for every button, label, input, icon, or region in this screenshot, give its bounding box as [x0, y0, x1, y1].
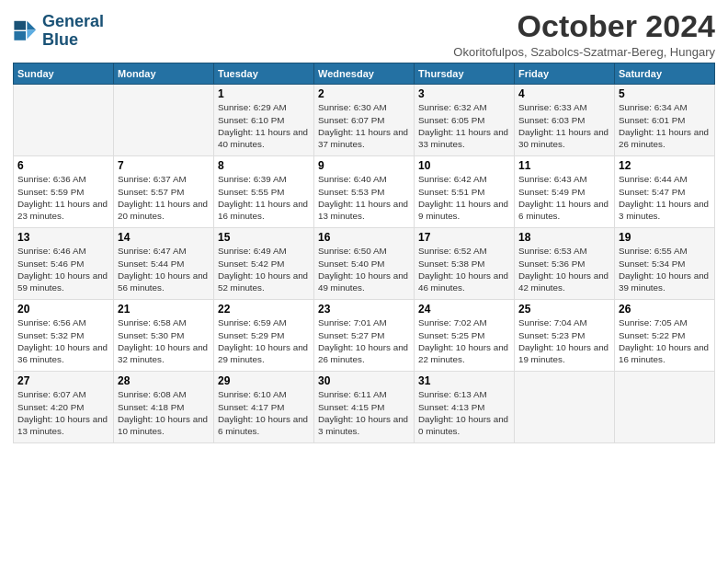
day-cell: 23Sunrise: 7:01 AM Sunset: 5:27 PM Dayli… [314, 300, 415, 372]
logo-line2: Blue [42, 31, 104, 50]
day-info: Sunrise: 6:53 AM Sunset: 5:36 PM Dayligh… [518, 245, 610, 293]
day-cell: 17Sunrise: 6:52 AM Sunset: 5:38 PM Dayli… [415, 228, 515, 300]
day-number: 17 [418, 231, 510, 244]
day-number: 6 [17, 159, 109, 172]
day-cell: 18Sunrise: 6:53 AM Sunset: 5:36 PM Dayli… [515, 228, 615, 300]
day-info: Sunrise: 6:13 AM Sunset: 4:13 PM Dayligh… [418, 388, 510, 437]
day-cell: 1Sunrise: 6:29 AM Sunset: 6:10 PM Daylig… [214, 85, 314, 156]
day-info: Sunrise: 6:07 AM Sunset: 4:20 PM Dayligh… [17, 388, 109, 437]
col-header-saturday: Saturday [615, 63, 715, 85]
col-header-monday: Monday [114, 63, 214, 85]
day-cell: 16Sunrise: 6:50 AM Sunset: 5:40 PM Dayli… [314, 228, 415, 300]
logo-line1: General [42, 13, 104, 31]
col-header-wednesday: Wednesday [314, 63, 415, 85]
day-number: 14 [118, 231, 210, 244]
day-cell: 10Sunrise: 6:42 AM Sunset: 5:51 PM Dayli… [415, 156, 515, 228]
day-info: Sunrise: 6:42 AM Sunset: 5:51 PM Dayligh… [418, 173, 510, 222]
day-number: 9 [318, 159, 410, 172]
day-number: 28 [118, 374, 210, 387]
day-info: Sunrise: 6:39 AM Sunset: 5:55 PM Dayligh… [218, 173, 310, 222]
day-number: 7 [118, 159, 210, 172]
day-cell: 31Sunrise: 6:13 AM Sunset: 4:13 PM Dayli… [415, 372, 515, 443]
day-cell: 20Sunrise: 6:56 AM Sunset: 5:32 PM Dayli… [14, 300, 114, 372]
day-number: 23 [318, 303, 410, 316]
day-info: Sunrise: 6:34 AM Sunset: 6:01 PM Dayligh… [619, 101, 711, 150]
day-info: Sunrise: 6:52 AM Sunset: 5:38 PM Dayligh… [418, 245, 510, 293]
day-number: 5 [619, 87, 711, 100]
day-cell: 3Sunrise: 6:32 AM Sunset: 6:05 PM Daylig… [415, 85, 515, 156]
day-number: 27 [17, 374, 109, 387]
day-number: 26 [619, 303, 711, 316]
day-number: 25 [518, 303, 610, 316]
day-info: Sunrise: 7:02 AM Sunset: 5:25 PM Dayligh… [418, 316, 510, 365]
day-info: Sunrise: 6:40 AM Sunset: 5:53 PM Dayligh… [318, 173, 410, 222]
day-number: 22 [218, 303, 310, 316]
day-number: 12 [619, 159, 711, 172]
day-cell: 22Sunrise: 6:59 AM Sunset: 5:29 PM Dayli… [214, 300, 314, 372]
day-cell: 2Sunrise: 6:30 AM Sunset: 6:07 PM Daylig… [314, 85, 415, 156]
header: General Blue October 2024 Okoritofulpos,… [13, 9, 715, 59]
day-info: Sunrise: 6:43 AM Sunset: 5:49 PM Dayligh… [518, 173, 610, 222]
day-info: Sunrise: 6:55 AM Sunset: 5:34 PM Dayligh… [619, 245, 711, 293]
calendar-table: SundayMondayTuesdayWednesdayThursdayFrid… [13, 63, 715, 443]
day-cell: 27Sunrise: 6:07 AM Sunset: 4:20 PM Dayli… [14, 372, 114, 443]
day-info: Sunrise: 6:56 AM Sunset: 5:32 PM Dayligh… [17, 316, 109, 365]
day-cell: 25Sunrise: 7:04 AM Sunset: 5:23 PM Dayli… [515, 300, 615, 372]
week-row-3: 13Sunrise: 6:46 AM Sunset: 5:46 PM Dayli… [14, 228, 715, 300]
day-info: Sunrise: 6:58 AM Sunset: 5:30 PM Dayligh… [118, 316, 210, 365]
day-info: Sunrise: 6:59 AM Sunset: 5:29 PM Dayligh… [218, 316, 310, 365]
day-cell: 15Sunrise: 6:49 AM Sunset: 5:42 PM Dayli… [214, 228, 314, 300]
day-cell: 8Sunrise: 6:39 AM Sunset: 5:55 PM Daylig… [214, 156, 314, 228]
day-info: Sunrise: 6:47 AM Sunset: 5:44 PM Dayligh… [118, 245, 210, 293]
col-header-tuesday: Tuesday [214, 63, 314, 85]
day-cell: 6Sunrise: 6:36 AM Sunset: 5:59 PM Daylig… [14, 156, 114, 228]
day-number: 4 [518, 87, 610, 100]
day-cell: 9Sunrise: 6:40 AM Sunset: 5:53 PM Daylig… [314, 156, 415, 228]
week-row-2: 6Sunrise: 6:36 AM Sunset: 5:59 PM Daylig… [14, 156, 715, 228]
day-cell: 19Sunrise: 6:55 AM Sunset: 5:34 PM Dayli… [615, 228, 715, 300]
day-info: Sunrise: 6:36 AM Sunset: 5:59 PM Dayligh… [17, 173, 109, 222]
day-cell [114, 85, 214, 156]
day-info: Sunrise: 6:29 AM Sunset: 6:10 PM Dayligh… [218, 101, 310, 150]
title-block: October 2024 Okoritofulpos, Szabolcs-Sza… [453, 9, 715, 59]
day-cell [615, 372, 715, 443]
day-info: Sunrise: 6:11 AM Sunset: 4:15 PM Dayligh… [318, 388, 410, 437]
day-cell: 5Sunrise: 6:34 AM Sunset: 6:01 PM Daylig… [615, 85, 715, 156]
day-cell: 7Sunrise: 6:37 AM Sunset: 5:57 PM Daylig… [114, 156, 214, 228]
day-number: 15 [218, 231, 310, 244]
day-cell: 14Sunrise: 6:47 AM Sunset: 5:44 PM Dayli… [114, 228, 214, 300]
col-header-friday: Friday [515, 63, 615, 85]
day-number: 21 [118, 303, 210, 316]
day-info: Sunrise: 6:46 AM Sunset: 5:46 PM Dayligh… [17, 245, 109, 293]
day-cell: 28Sunrise: 6:08 AM Sunset: 4:18 PM Dayli… [114, 372, 214, 443]
day-cell: 21Sunrise: 6:58 AM Sunset: 5:30 PM Dayli… [114, 300, 214, 372]
day-cell: 13Sunrise: 6:46 AM Sunset: 5:46 PM Dayli… [14, 228, 114, 300]
day-number: 2 [318, 87, 410, 100]
day-cell [515, 372, 615, 443]
week-row-4: 20Sunrise: 6:56 AM Sunset: 5:32 PM Dayli… [14, 300, 715, 372]
day-number: 24 [418, 303, 510, 316]
day-number: 13 [17, 231, 109, 244]
svg-rect-4 [14, 31, 26, 40]
day-info: Sunrise: 6:10 AM Sunset: 4:17 PM Dayligh… [218, 388, 310, 437]
day-number: 16 [318, 231, 410, 244]
page: General Blue October 2024 Okoritofulpos,… [0, 0, 728, 563]
day-number: 19 [619, 231, 711, 244]
day-info: Sunrise: 7:01 AM Sunset: 5:27 PM Dayligh… [318, 316, 410, 365]
day-cell: 24Sunrise: 7:02 AM Sunset: 5:25 PM Dayli… [415, 300, 515, 372]
day-info: Sunrise: 6:50 AM Sunset: 5:40 PM Dayligh… [318, 245, 410, 293]
day-cell: 11Sunrise: 6:43 AM Sunset: 5:49 PM Dayli… [515, 156, 615, 228]
day-info: Sunrise: 6:44 AM Sunset: 5:47 PM Dayligh… [619, 173, 711, 222]
day-info: Sunrise: 6:30 AM Sunset: 6:07 PM Dayligh… [318, 101, 410, 150]
logo: General Blue [13, 13, 104, 50]
day-number: 29 [218, 374, 310, 387]
day-number: 8 [218, 159, 310, 172]
day-cell: 4Sunrise: 6:33 AM Sunset: 6:03 PM Daylig… [515, 85, 615, 156]
day-cell: 29Sunrise: 6:10 AM Sunset: 4:17 PM Dayli… [214, 372, 314, 443]
day-info: Sunrise: 6:49 AM Sunset: 5:42 PM Dayligh… [218, 245, 310, 293]
week-row-5: 27Sunrise: 6:07 AM Sunset: 4:20 PM Dayli… [14, 372, 715, 443]
day-cell: 26Sunrise: 7:05 AM Sunset: 5:22 PM Dayli… [615, 300, 715, 372]
day-info: Sunrise: 6:08 AM Sunset: 4:18 PM Dayligh… [118, 388, 210, 437]
subtitle: Okoritofulpos, Szabolcs-Szatmar-Bereg, H… [453, 45, 715, 59]
col-header-sunday: Sunday [14, 63, 114, 85]
